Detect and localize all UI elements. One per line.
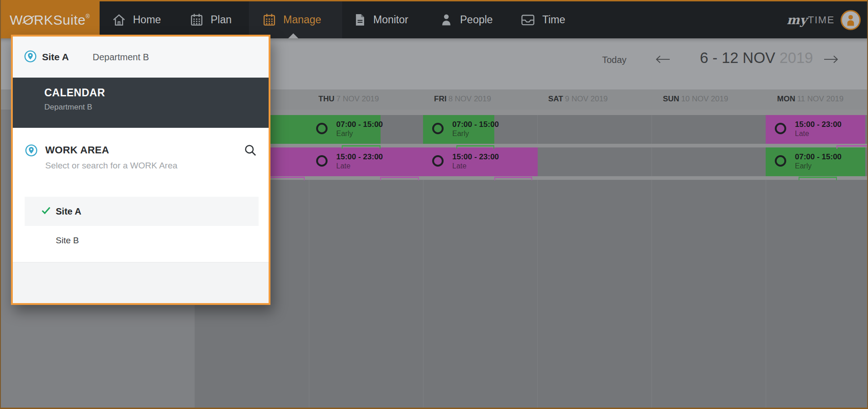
day-header-dow: THU — [318, 94, 334, 103]
nav-item-label: Time — [542, 14, 565, 26]
prev-week-arrow-icon[interactable] — [654, 54, 671, 66]
search-icon[interactable] — [243, 143, 257, 159]
nav-item-label: People — [460, 14, 493, 26]
nav-item-label: Manage — [283, 14, 321, 26]
shift-label: Late — [795, 129, 842, 138]
calendar-context-item[interactable]: CALENDAR Department B — [13, 78, 269, 128]
next-week-arrow-icon[interactable] — [823, 54, 840, 66]
shift-status-circle-icon[interactable] — [316, 123, 328, 134]
calendar-context-title: CALENDAR — [44, 87, 105, 99]
work-area-section: WORK AREA Select or search for a WORK Ar… — [13, 128, 269, 194]
mytime-link[interactable]: my TIME — [787, 1, 835, 38]
day-column-gridline — [651, 110, 652, 409]
today-button[interactable]: Today — [602, 55, 626, 65]
mytime-my: my — [787, 13, 807, 27]
shift-range-bracket-late — [380, 177, 419, 180]
home-icon — [112, 13, 126, 27]
shift-info-mon-row2: 07:00 - 15:00Early — [795, 152, 842, 171]
row-gap-band — [195, 110, 868, 115]
panel-footer — [13, 262, 269, 303]
selected-site-label: Site A — [42, 52, 69, 63]
day-header-date: 11 NOV 2019 — [797, 94, 844, 103]
shift-range-bracket-late — [836, 145, 868, 149]
shift-status-circle-icon[interactable] — [432, 155, 444, 167]
map-pin-icon — [25, 144, 37, 158]
nav-item-people[interactable]: People — [439, 1, 493, 38]
shift-time: 15:00 - 23:00 — [795, 120, 842, 129]
site-selector-panel: Site A Department B CALENDAR Department … — [11, 35, 270, 305]
nav-item-monitor[interactable]: Monitor — [353, 1, 408, 38]
shift-range-bracket-early — [456, 145, 494, 149]
nav-item-label: Home — [133, 14, 161, 26]
calendar-icon — [262, 13, 276, 27]
shift-time: 15:00 - 23:00 — [336, 152, 383, 162]
shift-label: Late — [336, 162, 383, 170]
window-top-accent — [0, 0, 868, 1]
worksuite-logo[interactable]: WORKSuite® — [0, 1, 100, 38]
shift-info-thu-row1: 07:00 - 15:00Early — [336, 120, 383, 138]
shift-status-circle-icon[interactable] — [432, 123, 444, 134]
shift-status-circle-icon[interactable] — [316, 155, 328, 167]
site-option-site-b[interactable]: Site B — [25, 226, 259, 255]
shift-time: 07:00 - 15:00 — [336, 120, 383, 129]
date-range-days: 6 - 12 NOV — [700, 49, 775, 66]
shift-label: Early — [336, 129, 383, 138]
shift-time: 15:00 - 23:00 — [452, 152, 499, 162]
shift-label: Early — [795, 162, 842, 170]
date-range: 6 - 12 NOV 2019 — [700, 49, 813, 67]
day-header-thu: THU7 NOV 2019 — [318, 94, 379, 104]
shift-info-mon-row1: 15:00 - 23:00Late — [795, 120, 842, 138]
shift-label: Late — [452, 162, 499, 170]
shift-range-bracket-late — [494, 177, 532, 180]
selected-department-label: Department B — [93, 52, 149, 63]
mytime-time: TIME — [808, 14, 835, 26]
day-header-date: 10 NOV 2019 — [681, 94, 728, 103]
calendar-icon — [190, 13, 204, 27]
day-header-dow: SAT — [548, 94, 563, 103]
day-header-mon: MON11 NOV 2019 — [777, 94, 843, 104]
date-range-year: 2019 — [779, 49, 813, 66]
user-avatar[interactable] — [841, 10, 861, 30]
nav-item-time[interactable]: Time — [520, 1, 565, 38]
shift-label: Early — [452, 129, 499, 138]
day-header-sat: SAT9 NOV 2019 — [548, 94, 608, 104]
map-pin-icon — [24, 50, 37, 64]
shift-range-bracket-early — [799, 177, 837, 180]
shift-info-fri-row2: 15:00 - 23:00Late — [452, 152, 499, 171]
shift-info-fri-row1: 07:00 - 15:00Early — [452, 120, 499, 138]
site-option-label: Site A — [56, 206, 81, 217]
nav-item-label: Plan — [211, 14, 232, 26]
day-header-date: 9 NOV 2019 — [565, 94, 608, 103]
day-header-fri: FRI8 NOV 2019 — [434, 94, 491, 104]
shift-time: 07:00 - 15:00 — [452, 120, 499, 129]
app-window: Today 6 - 12 NOV 2019 THU7 NOV 2019FRI8 … — [0, 0, 868, 409]
nav-item-manage[interactable]: Manage — [262, 1, 321, 38]
nav-item-label: Monitor — [373, 14, 408, 26]
work-area-subtitle: Select or search for a WORK Area — [45, 161, 177, 171]
calendar-context-subtitle: Department B — [44, 103, 92, 112]
logo-text: WORKSuite® — [10, 12, 90, 28]
day-header-dow: FRI — [434, 94, 446, 103]
top-navbar: WORKSuite® Home Plan Manage — [0, 1, 868, 38]
inbox-tray-icon — [520, 13, 535, 27]
work-area-title: WORK AREA — [45, 144, 109, 156]
window-edge — [0, 0, 1, 409]
document-icon — [353, 13, 366, 27]
shift-time: 07:00 - 15:00 — [795, 152, 842, 162]
check-icon — [40, 205, 52, 218]
nav-item-plan[interactable]: Plan — [190, 1, 232, 38]
shift-info-thu-row2: 15:00 - 23:00Late — [336, 152, 383, 171]
row-gap-band — [195, 144, 868, 147]
day-header-date: 8 NOV 2019 — [448, 94, 491, 103]
shift-status-circle-icon[interactable] — [775, 155, 786, 167]
selected-context-header[interactable]: Site A Department B — [13, 37, 269, 78]
shift-status-circle-icon[interactable] — [775, 123, 786, 134]
day-header-dow: MON — [777, 94, 795, 103]
day-header-dow: SUN — [663, 94, 679, 103]
avatar-person-icon — [844, 13, 857, 27]
person-icon — [439, 13, 453, 27]
site-option-site-a[interactable]: Site A — [25, 197, 259, 226]
day-header-sun: SUN10 NOV 2019 — [663, 94, 728, 104]
site-option-label: Site B — [56, 236, 79, 246]
nav-item-home[interactable]: Home — [112, 1, 161, 38]
